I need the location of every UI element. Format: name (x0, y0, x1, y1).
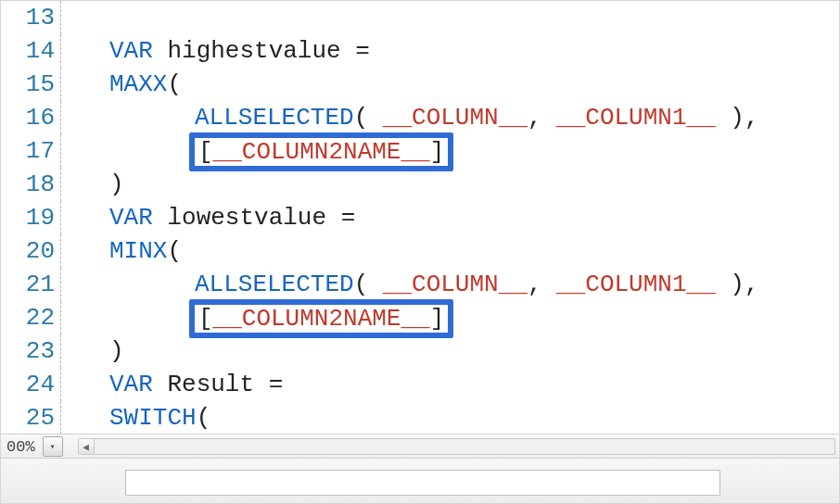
code-area[interactable]: 1314VAR highestvalue = 15MAXX(16ALLSELEC… (1, 1, 839, 436)
line-number: 18 (1, 170, 60, 198)
code-token: VAR (109, 37, 153, 65)
code-line[interactable]: 23) (1, 334, 839, 368)
code-content[interactable]: MINX( (74, 237, 839, 265)
code-content[interactable]: MAXX( (74, 70, 839, 98)
code-token: = (254, 371, 283, 398)
code-token: lowestvalue (167, 204, 326, 232)
code-line[interactable]: 16ALLSELECTED( __COLUMN__, __COLUMN1__ )… (1, 101, 839, 134)
code-line[interactable]: 18) (1, 168, 839, 201)
code-content[interactable]: ) (74, 337, 839, 365)
code-content[interactable]: SWITCH( (74, 404, 839, 432)
gutter-divider (60, 1, 61, 34)
code-token: __COLUMN1__ (556, 271, 716, 298)
gutter-divider (60, 401, 61, 435)
gutter-divider (60, 201, 61, 234)
code-token: ), (716, 104, 759, 132)
code-token: ( (197, 404, 211, 432)
gutter-divider (60, 334, 61, 368)
line-number: 13 (1, 4, 60, 32)
code-content[interactable]: VAR highestvalue = (74, 37, 839, 65)
code-token: ] (430, 305, 445, 333)
code-content[interactable]: VAR Result = (74, 371, 839, 398)
code-content[interactable]: [__COLUMN2NAME__] (74, 301, 839, 334)
gutter-divider (60, 34, 61, 68)
code-token (153, 204, 168, 232)
code-token: VAR (109, 371, 153, 398)
code-token: __COLUMN__ (383, 104, 528, 132)
line-number: 14 (1, 37, 60, 65)
code-line[interactable]: 14VAR highestvalue = (1, 34, 839, 68)
code-token: [ (198, 305, 213, 333)
line-number: 16 (1, 104, 60, 132)
lower-input-field[interactable] (125, 470, 720, 496)
code-line[interactable]: 24VAR Result = (1, 368, 839, 401)
code-token: ( (167, 237, 182, 265)
gutter-divider (60, 134, 61, 168)
scroll-left-button[interactable]: ◀ (79, 439, 95, 454)
status-bar: 00% ▾ ◀ (1, 434, 839, 459)
gutter-divider (60, 268, 61, 301)
code-token: highestvalue (167, 37, 340, 65)
code-token: ( (354, 104, 383, 132)
code-token: ( (167, 70, 182, 98)
code-token: ) (109, 170, 124, 198)
code-line[interactable]: 22[__COLUMN2NAME__] (1, 301, 839, 334)
code-line[interactable]: 15MAXX( (1, 68, 839, 101)
code-token: MINX (109, 237, 167, 265)
line-number: 25 (1, 404, 60, 432)
code-token: ) (109, 337, 124, 365)
code-line[interactable]: 20MINX( (1, 234, 839, 268)
code-token: __COLUMN1__ (556, 104, 716, 132)
chevron-down-icon: ▾ (50, 441, 56, 452)
line-number: 19 (1, 204, 60, 232)
code-token (153, 37, 168, 65)
code-token: = (326, 204, 355, 232)
code-token: VAR (109, 204, 153, 232)
zoom-value: 00% (1, 438, 39, 456)
code-token: __COLUMN2NAME__ (213, 138, 430, 166)
code-content[interactable]: ALLSELECTED( __COLUMN__, __COLUMN1__ ), (74, 271, 839, 298)
code-line[interactable]: 19VAR lowestvalue = (1, 201, 839, 234)
code-line[interactable]: 21ALLSELECTED( __COLUMN__, __COLUMN1__ )… (1, 268, 839, 301)
code-line[interactable]: 17[__COLUMN2NAME__] (1, 134, 839, 168)
code-token: ), (716, 271, 759, 298)
code-token: ALLSELECTED (195, 271, 354, 298)
code-token: MAXX (109, 70, 167, 98)
line-number: 20 (1, 237, 60, 265)
gutter-divider (60, 368, 61, 401)
lower-panel (1, 458, 839, 503)
code-token: SWITCH (109, 404, 197, 432)
code-token: __COLUMN__ (383, 271, 528, 298)
code-content[interactable]: [__COLUMN2NAME__] (74, 134, 839, 168)
code-content[interactable]: ) (74, 170, 839, 198)
code-token: ALLSELECTED (195, 104, 354, 132)
code-token: ] (430, 138, 445, 166)
code-line[interactable]: 13 (1, 1, 839, 34)
gutter-divider (60, 301, 61, 334)
line-number: 15 (1, 70, 60, 98)
code-content[interactable]: VAR lowestvalue = (74, 204, 839, 232)
code-token: , (528, 104, 556, 132)
line-number: 22 (1, 304, 60, 332)
gutter-divider (60, 68, 61, 101)
code-token: Result (167, 371, 254, 398)
line-number: 24 (1, 371, 60, 398)
code-token: = (341, 37, 385, 65)
code-editor: 1314VAR highestvalue = 15MAXX(16ALLSELEC… (0, 0, 840, 504)
gutter-divider (60, 101, 61, 134)
code-token: ( (354, 271, 383, 298)
code-content[interactable]: ALLSELECTED( __COLUMN__, __COLUMN1__ ), (74, 104, 839, 132)
zoom-dropdown-button[interactable]: ▾ (43, 436, 63, 457)
code-line[interactable]: 25SWITCH( (1, 401, 839, 435)
line-number: 21 (1, 271, 60, 298)
code-token: [ (198, 138, 213, 166)
gutter-divider (60, 168, 61, 201)
horizontal-scrollbar[interactable]: ◀ (78, 438, 835, 455)
code-token (153, 371, 168, 398)
code-token: __COLUMN2NAME__ (213, 305, 430, 333)
line-number: 17 (1, 137, 60, 165)
gutter-divider (60, 234, 61, 268)
highlighted-token: [__COLUMN2NAME__] (189, 132, 453, 171)
highlighted-token: [__COLUMN2NAME__] (189, 299, 453, 338)
code-token: , (528, 271, 556, 298)
